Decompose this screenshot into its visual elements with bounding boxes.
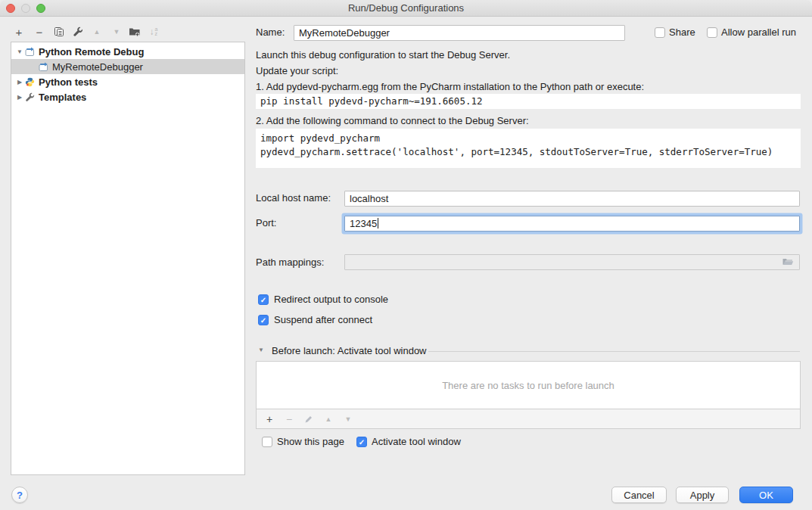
minimize-window-button[interactable] xyxy=(21,4,30,13)
tree-item-python-remote-debug[interactable]: ▼ Python Remote Debug xyxy=(11,44,244,59)
code-line-2: pydevd_pycharm.settrace('localhost', por… xyxy=(260,146,773,157)
cancel-button[interactable]: Cancel xyxy=(611,487,667,503)
check-icon: ✓ xyxy=(359,438,365,446)
check-icon: ✓ xyxy=(260,316,266,325)
redirect-output-checkbox[interactable]: ✓ xyxy=(258,294,269,305)
activate-tool-window-checkbox[interactable]: ✓ xyxy=(356,437,367,447)
titlebar: Run/Debug Configurations xyxy=(0,0,812,17)
add-configuration-button[interactable]: + xyxy=(12,26,26,38)
move-task-up-button[interactable]: ▲ xyxy=(322,412,335,425)
suspend-after-connect-label[interactable]: Suspend after connect xyxy=(274,314,372,326)
port-value: 12345 xyxy=(350,218,377,229)
remove-configuration-button[interactable]: − xyxy=(33,26,46,38)
tree-item-python-tests[interactable]: ▶ Python tests xyxy=(11,74,244,89)
python-icon xyxy=(25,77,35,87)
collapse-triangle-icon[interactable]: ▶ xyxy=(16,79,23,86)
name-label: Name: xyxy=(256,26,285,39)
folder-plus-icon xyxy=(129,26,141,37)
configurations-tree: ▼ Python Remote Debug MyRemoteDebugger xyxy=(11,42,245,475)
add-task-button[interactable]: + xyxy=(263,412,276,425)
text-caret xyxy=(378,218,378,229)
port-input[interactable]: 12345 xyxy=(344,216,800,232)
port-label: Port: xyxy=(256,217,276,229)
help-button[interactable]: ? xyxy=(11,487,28,503)
triangle-down-icon: ▼ xyxy=(345,415,352,423)
settrace-code: import pydevd_pycharm pydevd_pycharm.set… xyxy=(256,129,801,168)
plus-icon: + xyxy=(16,26,23,39)
run-config-icon xyxy=(39,62,48,72)
sort-configurations-button[interactable]: ↓ az xyxy=(147,26,160,38)
window-title: Run/Debug Configurations xyxy=(0,0,812,16)
show-this-page-checkbox[interactable]: ✓ xyxy=(262,437,272,447)
edit-defaults-button[interactable] xyxy=(71,26,85,38)
expand-triangle-icon[interactable]: ▼ xyxy=(16,48,23,55)
wrench-icon xyxy=(73,26,83,37)
suspend-after-connect-checkbox[interactable]: ✓ xyxy=(258,315,269,325)
run-debug-configurations-dialog: Run/Debug Configurations + − ▲ ▼ ↓ az ▼ xyxy=(0,0,812,510)
question-mark-icon: ? xyxy=(17,490,23,501)
empty-task-list-text: There are no tasks to run before launch xyxy=(442,380,614,391)
redirect-output-label[interactable]: Redirect output to console xyxy=(274,294,388,306)
triangle-down-icon: ▼ xyxy=(114,28,120,36)
tree-item-label: Python Remote Debug xyxy=(39,46,144,58)
local-host-name-input[interactable]: localhost xyxy=(344,191,800,207)
copy-icon xyxy=(54,26,64,37)
allow-parallel-run-label[interactable]: Allow parallel run xyxy=(721,26,796,39)
share-checkbox-label[interactable]: Share xyxy=(669,26,695,39)
run-config-icon xyxy=(25,47,35,57)
activate-tool-window-label[interactable]: Activate tool window xyxy=(372,436,461,448)
share-checkbox[interactable]: ✓ xyxy=(655,27,665,38)
plus-icon: + xyxy=(266,413,272,425)
triangle-up-icon: ▲ xyxy=(325,415,332,423)
instruction-line-2: Update your script: xyxy=(256,65,338,77)
edit-task-button[interactable] xyxy=(302,412,316,425)
show-this-page-label[interactable]: Show this page xyxy=(277,436,344,448)
allow-parallel-run-checkbox[interactable]: ✓ xyxy=(707,27,717,38)
move-up-button[interactable]: ▲ xyxy=(90,26,104,38)
path-mappings-input[interactable] xyxy=(344,254,800,270)
tree-item-label: Templates xyxy=(39,92,86,103)
local-host-name-label: Local host name: xyxy=(256,192,331,204)
new-folder-button[interactable] xyxy=(128,26,142,38)
tree-item-myremotedebugger[interactable]: MyRemoteDebugger xyxy=(11,59,244,74)
minus-icon: − xyxy=(36,26,43,39)
sort-alphabetically-icon: ↓ az xyxy=(150,26,158,37)
triangle-up-icon: ▲ xyxy=(94,28,101,36)
before-launch-header: Before launch: Activate tool window xyxy=(272,345,427,357)
close-window-button[interactable] xyxy=(6,4,15,13)
zoom-window-button[interactable] xyxy=(36,4,45,13)
move-down-button[interactable]: ▼ xyxy=(110,26,123,38)
check-icon: ✓ xyxy=(260,296,266,304)
ok-button[interactable]: OK xyxy=(739,487,793,503)
instruction-step-1: 1. Add pydevd-pycharm.egg from the PyCha… xyxy=(256,81,644,93)
tree-item-label: MyRemoteDebugger xyxy=(52,61,143,73)
name-input[interactable]: MyRemoteDebugger xyxy=(294,25,625,41)
code-line-1: import pydevd_pycharm xyxy=(260,132,380,144)
instruction-step-2: 2. Add the following command to connect … xyxy=(256,115,529,127)
tree-item-label: Python tests xyxy=(39,76,98,88)
wrench-icon xyxy=(25,92,35,102)
path-mappings-label: Path mappings: xyxy=(256,257,324,269)
collapse-section-triangle[interactable]: ▼ xyxy=(258,347,264,353)
pip-install-code: pip install pydevd-pycharm~=191.6605.12 xyxy=(256,94,801,109)
remove-task-button[interactable]: − xyxy=(282,412,296,425)
pencil-icon xyxy=(304,415,313,424)
copy-configuration-button[interactable] xyxy=(52,26,66,38)
open-folder-icon xyxy=(782,257,794,267)
before-launch-toolbar: + − ▲ ▼ xyxy=(256,409,801,429)
move-task-down-button[interactable]: ▼ xyxy=(341,412,355,425)
instruction-line-1: Launch this debug configuration to start… xyxy=(256,49,510,61)
apply-button[interactable]: Apply xyxy=(676,487,729,503)
browse-path-mappings-button[interactable] xyxy=(782,257,794,267)
before-launch-task-list[interactable]: There are no tasks to run before launch xyxy=(256,361,801,409)
collapse-triangle-icon[interactable]: ▶ xyxy=(16,94,23,101)
section-divider xyxy=(428,351,800,352)
minus-icon: − xyxy=(286,413,292,425)
tree-item-templates[interactable]: ▶ Templates xyxy=(11,89,244,104)
